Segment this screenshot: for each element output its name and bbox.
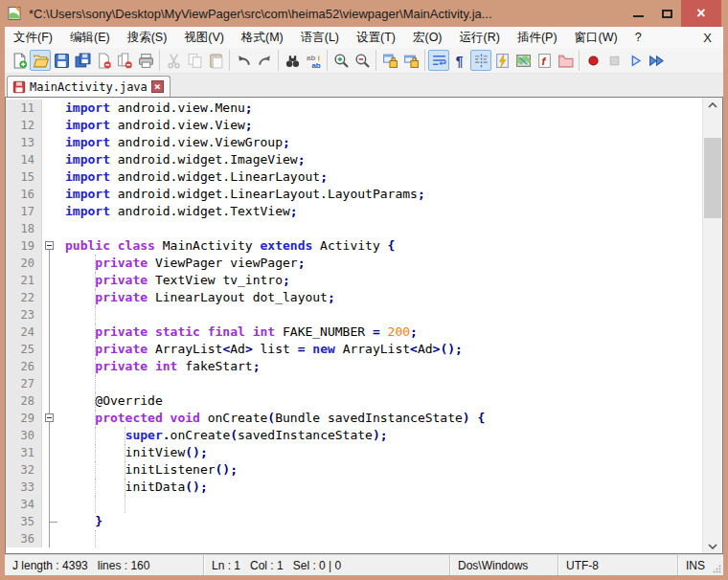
- run-macro-multiple-icon[interactable]: [646, 50, 667, 71]
- sync-vertical-icon[interactable]: [379, 50, 400, 71]
- show-all-chars-icon[interactable]: ¶: [449, 50, 470, 71]
- fold-margin: [42, 513, 57, 530]
- menu-item-view[interactable]: 视图(V): [175, 27, 233, 48]
- save-all-icon[interactable]: [72, 50, 93, 71]
- line-number: 21: [6, 272, 42, 289]
- indent-guide-line: [95, 479, 96, 496]
- menu-item-settings[interactable]: 设置(T): [348, 27, 404, 48]
- sync-horizontal-icon[interactable]: [400, 50, 421, 71]
- menu-item-search[interactable]: 搜索(S): [119, 27, 176, 48]
- new-file-icon[interactable]: [9, 50, 30, 71]
- code-line-19[interactable]: 19public class MainActivity extends Acti…: [6, 237, 702, 255]
- menu-item-run[interactable]: 运行(R): [451, 27, 509, 48]
- print-icon[interactable]: [135, 50, 156, 71]
- indent-guide-line: [95, 255, 96, 272]
- status-encoding: UTF-8: [558, 555, 678, 575]
- scroll-down-icon[interactable]: [703, 539, 722, 553]
- close-all-icon[interactable]: [114, 50, 135, 71]
- menu-item-plugins[interactable]: 插件(P): [509, 27, 566, 48]
- code-line-22[interactable]: 22 private LinearLayout dot_layout;: [6, 289, 702, 306]
- word-wrap-icon[interactable]: [428, 50, 449, 71]
- fold-margin: [42, 289, 57, 306]
- redo-icon[interactable]: [254, 50, 275, 71]
- zoom-out-icon[interactable]: [352, 50, 373, 71]
- save-icon[interactable]: [51, 50, 72, 71]
- code-line-31[interactable]: 31 initView();: [6, 444, 702, 461]
- code-line-12[interactable]: 12import android.view.View;: [6, 117, 702, 134]
- record-macro-icon[interactable]: [582, 50, 603, 71]
- vertical-scrollbar[interactable]: [702, 98, 722, 553]
- line-number: 32: [6, 461, 42, 479]
- menu-item-edit[interactable]: 编辑(E): [61, 27, 119, 48]
- code-line-25[interactable]: 25 private ArrayList<Ad> list = new Arra…: [6, 341, 702, 358]
- undo-icon[interactable]: [233, 50, 254, 71]
- menu-item-language[interactable]: 语言(L): [292, 27, 348, 48]
- code-line-32[interactable]: 32 initListener();: [6, 461, 702, 479]
- scrollbar-thumb[interactable]: [704, 138, 721, 218]
- fold-margin: [42, 203, 57, 220]
- menu-item-file[interactable]: 文件(F): [5, 27, 61, 48]
- find-icon[interactable]: [282, 50, 303, 71]
- code-line-11[interactable]: 11import android.view.Menu;: [6, 100, 702, 117]
- menu-item-window[interactable]: 窗口(W): [566, 27, 626, 48]
- indent-guide-line: [95, 272, 96, 289]
- tab-mainactivity-java[interactable]: MainActivity.java ×: [7, 76, 171, 97]
- close-button[interactable]: ×: [681, 0, 721, 27]
- code-line-21[interactable]: 21 private TextView tv_intro;: [6, 272, 702, 289]
- code-line-20[interactable]: 20 private ViewPager viewPager;: [6, 255, 702, 272]
- code-text: private TextView tv_intro;: [57, 272, 702, 289]
- code-area[interactable]: 11import android.view.Menu;12import andr…: [6, 98, 702, 553]
- title-bar: *C:\Users\sony\Desktop\MyViewPager\src\c…: [0, 0, 728, 27]
- open-file-icon[interactable]: [30, 50, 51, 71]
- editor[interactable]: 11import android.view.Menu;12import andr…: [5, 97, 723, 554]
- code-line-29[interactable]: 29 protected void onCreate(Bundle savedI…: [6, 410, 702, 427]
- paste-icon[interactable]: [205, 50, 226, 71]
- indent-guide-icon[interactable]: [470, 50, 491, 71]
- fold-margin: [42, 479, 57, 496]
- menu-item-format[interactable]: 格式(M): [233, 27, 292, 48]
- folder-workspace-icon[interactable]: [555, 50, 576, 71]
- cut-icon[interactable]: [163, 50, 184, 71]
- resize-grip[interactable]: [711, 555, 723, 575]
- code-line-28[interactable]: 28 @Override: [6, 392, 702, 410]
- menubar-close-doc-button[interactable]: X: [692, 31, 723, 45]
- close-doc-icon[interactable]: [93, 50, 114, 71]
- line-number: 34: [6, 496, 42, 513]
- code-line-30[interactable]: 30 super.onCreate(savedInstanceState);: [6, 427, 702, 444]
- menu-item-macro[interactable]: 宏(O): [404, 27, 451, 48]
- code-line-23[interactable]: 23: [6, 306, 702, 323]
- code-line-35[interactable]: 35 }: [6, 513, 702, 530]
- fold-collapse-icon[interactable]: [45, 413, 54, 422]
- minimize-button[interactable]: [624, 0, 652, 27]
- code-line-16[interactable]: 16import android.widget.LinearLayout.Lay…: [6, 186, 702, 203]
- code-line-17[interactable]: 17import android.widget.TextView;: [6, 203, 702, 220]
- code-text: private int fakeStart;: [57, 358, 702, 375]
- code-line-36[interactable]: 36: [6, 530, 702, 547]
- doc-map-icon[interactable]: [512, 50, 534, 71]
- code-line-27[interactable]: 27: [6, 375, 702, 392]
- maximize-button[interactable]: [652, 0, 681, 27]
- code-line-14[interactable]: 14import android.widget.ImageView;: [6, 151, 702, 168]
- replace-icon[interactable]: abab: [303, 50, 324, 71]
- play-macro-icon[interactable]: [625, 50, 646, 71]
- code-line-15[interactable]: 15import android.widget.LinearLayout;: [6, 168, 702, 186]
- code-line-33[interactable]: 33 initData();: [6, 479, 702, 496]
- code-line-13[interactable]: 13import android.view.ViewGroup;: [6, 134, 702, 151]
- code-text: @Override: [57, 392, 702, 410]
- code-line-24[interactable]: 24 private static final int FAKE_NUMBER …: [6, 323, 702, 341]
- zoom-in-icon[interactable]: [330, 50, 352, 71]
- code-text: import android.view.View;: [57, 117, 702, 134]
- code-line-18[interactable]: 18: [6, 220, 702, 237]
- code-line-34[interactable]: 34: [6, 496, 702, 513]
- fold-margin: [42, 410, 57, 427]
- scroll-up-icon[interactable]: [703, 98, 722, 112]
- tab-close-icon[interactable]: ×: [151, 80, 164, 93]
- copy-icon[interactable]: [184, 50, 205, 71]
- fold-collapse-icon[interactable]: [45, 241, 54, 250]
- fold-margin: [42, 220, 57, 237]
- lightning-doc-icon[interactable]: [491, 50, 512, 71]
- stop-macro-icon[interactable]: [603, 50, 625, 71]
- function-list-icon[interactable]: f: [534, 50, 555, 71]
- code-line-26[interactable]: 26 private int fakeStart;: [6, 358, 702, 375]
- menu-item-help[interactable]: ?: [626, 27, 650, 48]
